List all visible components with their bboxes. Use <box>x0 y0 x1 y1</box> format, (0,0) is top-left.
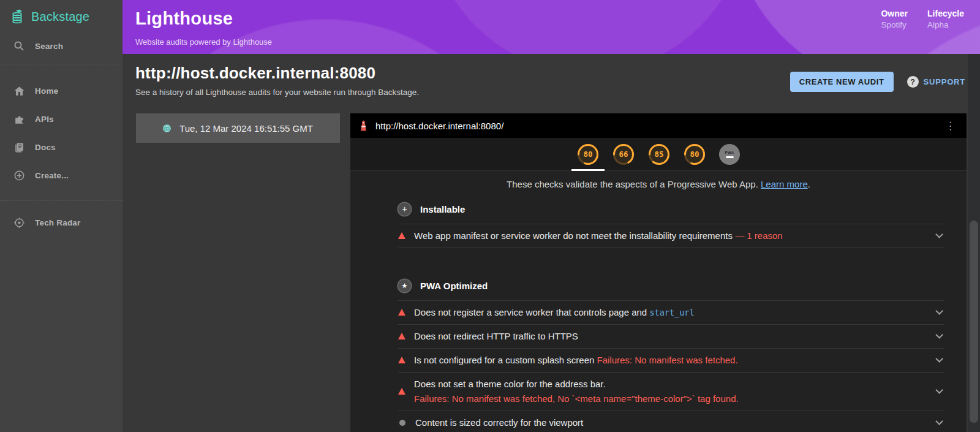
sidebar-divider <box>0 64 123 64</box>
audit-row-theme-color[interactable]: Does not set a theme color for the addre… <box>398 373 944 411</box>
plugin-subtitle: Website audits powered by Lighthouse <box>135 37 272 47</box>
backstage-logo[interactable]: Backstage <box>0 0 123 31</box>
backstage-logo-icon <box>10 9 26 25</box>
sidebar-item-tech-radar[interactable]: Tech Radar <box>0 208 123 237</box>
lifecycle-meta: Lifecycle Alpha <box>927 9 964 29</box>
sidebar-item-label: Tech Radar <box>35 218 81 227</box>
scrollbar-thumb[interactable] <box>970 221 978 423</box>
audit-text: Does not register a service worker that … <box>414 307 649 317</box>
chevron-down-icon[interactable] <box>935 386 943 394</box>
audit-row-splash-screen[interactable]: Is not configured for a custom splash sc… <box>398 349 944 373</box>
audit-fail-text: — 1 reason <box>733 230 783 241</box>
chevron-down-icon[interactable] <box>935 331 943 339</box>
plus-circle-icon <box>13 169 25 181</box>
owner-value: Spotify <box>881 20 908 29</box>
neutral-dot-icon <box>399 420 405 426</box>
sidebar-item-create[interactable]: Create... <box>0 161 123 189</box>
fail-triangle-icon <box>398 357 405 363</box>
gauge-accessibility[interactable]: 66 <box>612 138 635 171</box>
pwa-badge-label: PWA <box>725 151 734 154</box>
chevron-down-icon[interactable] <box>935 307 943 315</box>
support-label: SUPPORT <box>924 77 965 86</box>
audit-row-viewport[interactable]: Content is sized correctly for the viewp… <box>398 411 944 432</box>
section-title: Installable <box>420 204 465 214</box>
sidebar-item-docs[interactable]: Docs <box>0 133 123 161</box>
sidebar-divider <box>0 200 123 201</box>
sidebar-item-apis[interactable]: APIs <box>0 105 123 133</box>
chevron-down-icon[interactable] <box>935 417 943 425</box>
audit-history-list: Tue, 12 Mar 2024 16:51:55 GMT <box>136 113 340 432</box>
audit-timestamp: Tue, 12 Mar 2024 16:51:55 GMT <box>179 123 313 134</box>
page-scrollbar <box>968 54 980 432</box>
lighthouse-report: http://host.docker.internal:8080/ ⋮ 80 <box>350 113 967 432</box>
content-header: http://host.docker.internal:8080 See a h… <box>123 54 980 113</box>
chevron-down-icon[interactable] <box>935 355 943 363</box>
plugin-header: Lighthouse Website audits powered by Lig… <box>123 0 980 54</box>
logo-text: Backstage <box>31 10 89 24</box>
score-value: 80 <box>684 143 706 165</box>
gauge-performance[interactable]: 80 <box>577 138 599 171</box>
sidebar-item-label: Docs <box>35 143 56 152</box>
sidebar-item-label: Create... <box>35 171 69 180</box>
kebab-menu-icon[interactable]: ⋮ <box>943 121 958 131</box>
score-value: 66 <box>612 143 635 165</box>
audit-text: Web app manifest or service worker do no… <box>414 230 733 241</box>
audit-fail-text: Failures: No manifest was fetched, No `<… <box>414 392 927 406</box>
audit-code-text: start_url <box>649 308 694 317</box>
audit-fail-text: Failures: No manifest was fetched. <box>597 355 737 365</box>
audit-row-service-worker[interactable]: Does not register a service worker that … <box>398 301 944 325</box>
section-installable: + Installable <box>398 194 944 224</box>
pwa-badge-icon: PWA <box>719 144 740 165</box>
owner-label: Owner <box>881 9 908 18</box>
sidebar-item-label: Search <box>35 42 63 51</box>
fail-triangle-icon <box>398 333 405 339</box>
plugin-title: Lighthouse <box>135 9 272 29</box>
audit-list-item[interactable]: Tue, 12 Mar 2024 16:51:55 GMT <box>136 113 340 143</box>
fail-triangle-icon <box>398 388 405 395</box>
pwa-description-text: These checks validate the aspects of a P… <box>507 179 758 189</box>
gauge-pwa[interactable]: PWA <box>719 138 740 171</box>
star-circle-icon: ★ <box>398 279 411 292</box>
lifecycle-label: Lifecycle <box>927 9 964 18</box>
search-icon <box>13 40 25 52</box>
lighthouse-icon <box>359 120 368 132</box>
docs-icon <box>13 141 25 153</box>
page-title: http://host.docker.internal:8080 <box>135 64 419 83</box>
gauge-best-practices[interactable]: 85 <box>648 138 670 171</box>
audit-row-installability[interactable]: Web app manifest or service worker do no… <box>398 224 944 248</box>
fail-triangle-icon <box>398 232 405 239</box>
sidebar-item-label: APIs <box>35 115 54 124</box>
audit-status-icon <box>163 124 171 132</box>
report-url: http://host.docker.internal:8080/ <box>375 121 935 131</box>
owner-meta: Owner Spotify <box>881 9 908 29</box>
audit-text: Does not set a theme color for the addre… <box>414 379 606 389</box>
sidebar: Backstage Search Home APIs <box>0 0 123 432</box>
sidebar-item-label: Home <box>35 86 58 96</box>
score-value: 85 <box>648 143 670 165</box>
audit-text: Does not redirect HTTP traffic to HTTPS <box>414 331 578 341</box>
pwa-description: These checks validate the aspects of a P… <box>499 178 818 192</box>
learn-more-link[interactable]: Learn more <box>761 179 808 189</box>
help-icon: ? <box>907 76 919 88</box>
audit-row-https-redirect[interactable]: Does not redirect HTTP traffic to HTTPS <box>398 325 944 349</box>
sidebar-item-search[interactable]: Search <box>0 32 123 60</box>
chevron-down-icon[interactable] <box>935 230 943 238</box>
support-button[interactable]: ? SUPPORT <box>907 76 965 88</box>
pwa-description-period: . <box>808 179 810 189</box>
audit-text: Content is sized correctly for the viewp… <box>415 417 583 428</box>
home-icon <box>13 85 25 97</box>
score-gauge-strip: 80 66 <box>350 138 967 171</box>
sidebar-item-home[interactable]: Home <box>0 77 123 105</box>
section-pwa-optimized: ★ PWA Optimized <box>398 271 944 301</box>
lifecycle-value: Alpha <box>927 20 964 29</box>
puzzle-icon <box>13 113 25 125</box>
section-title: PWA Optimized <box>420 281 488 291</box>
page-subtitle: See a history of all Lighthouse audits f… <box>135 88 419 97</box>
create-new-audit-button[interactable]: CREATE NEW AUDIT <box>790 72 894 92</box>
audit-text: Is not configured for a custom splash sc… <box>414 355 597 365</box>
report-url-bar: http://host.docker.internal:8080/ ⋮ <box>350 113 967 138</box>
tech-radar-icon <box>13 216 25 229</box>
score-value: 80 <box>577 143 599 165</box>
fail-triangle-icon <box>398 309 405 316</box>
gauge-seo[interactable]: 80 <box>684 138 706 171</box>
